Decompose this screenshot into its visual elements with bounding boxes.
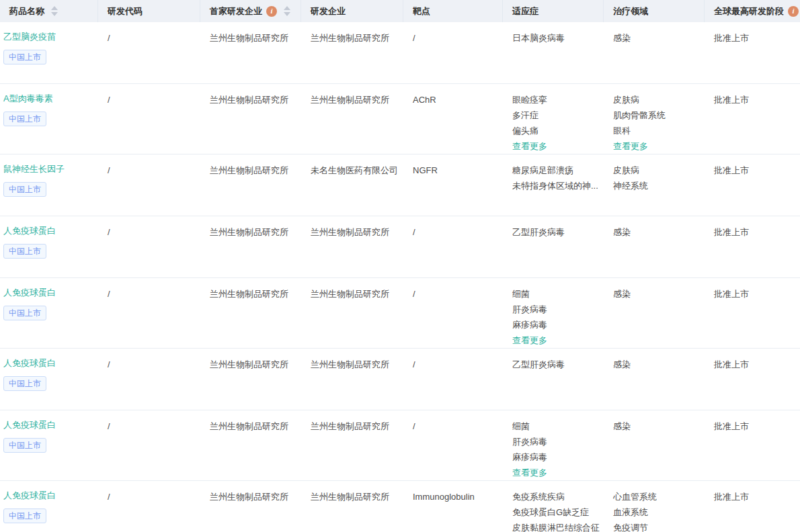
target-cell: Immunoglobulin xyxy=(403,481,503,532)
company-value: 兰州生物制品研究所 xyxy=(311,224,398,240)
stage-cell: 批准上市 xyxy=(705,410,800,480)
first-company-cell: 兰州生物制品研究所 xyxy=(200,154,301,216)
view-more-link[interactable]: 查看更多 xyxy=(512,138,598,154)
view-more-link[interactable]: 查看更多 xyxy=(512,465,598,480)
indications-item: 细菌 xyxy=(512,286,598,302)
view-more-link[interactable]: 查看更多 xyxy=(613,138,699,154)
drug-name-cell: 人免疫球蛋白 中国上市 xyxy=(0,349,98,410)
indications-cell: 乙型肝炎病毒 xyxy=(503,216,604,277)
company-value: 兰州生物制品研究所 xyxy=(311,92,398,107)
column-header-0[interactable]: 药品名称 xyxy=(0,0,98,22)
indications-item: 肝炎病毒 xyxy=(512,302,598,317)
areas-cell: 皮肤病神经系统 xyxy=(604,154,705,216)
drug-pipeline-table: 药品名称 研发代码 首家研发企业 研发企业 靶点 适应症 治疗领域 全球最高研发… xyxy=(0,0,800,532)
target-cell: / xyxy=(403,278,503,348)
company-cell: 兰州生物制品研究所 xyxy=(301,349,403,410)
sort-desc-caret-icon[interactable] xyxy=(284,12,290,16)
sort-asc-caret-icon[interactable] xyxy=(51,6,58,10)
column-header-4: 靶点 xyxy=(403,0,503,22)
drug-name-link[interactable]: 乙型脑炎疫苗 xyxy=(3,30,93,44)
rd-code-cell: / xyxy=(98,22,200,83)
indications-item: 多汗症 xyxy=(512,107,598,123)
company-cell: 未名生物医药有限公司 xyxy=(301,154,403,216)
areas-item: 神经系统 xyxy=(613,178,699,193)
drug-name-cell: A型肉毒毒素 中国上市 xyxy=(0,84,98,154)
rd-code-value: / xyxy=(108,357,195,372)
column-header-2[interactable]: 首家研发企业 xyxy=(200,0,301,22)
table-header-row: 药品名称 研发代码 首家研发企业 研发企业 靶点 适应症 治疗领域 全球最高研发… xyxy=(0,0,800,22)
rd-code-value: / xyxy=(108,418,195,434)
target-value: NGFR xyxy=(413,163,497,178)
indications-item: 免疫球蛋白G缺乏症 xyxy=(512,504,598,520)
table-row: 人免疫球蛋白 中国上市 / 兰州生物制品研究所 兰州生物制品研究所 Immuno… xyxy=(0,481,800,532)
column-header-7: 全球最高研发阶段 xyxy=(705,0,800,22)
target-value: / xyxy=(413,418,497,434)
indications-item: 麻疹病毒 xyxy=(512,449,598,465)
first-company-cell: 兰州生物制品研究所 xyxy=(200,22,301,83)
stage-cell: 批准上市 xyxy=(705,22,800,83)
drug-name-link[interactable]: 人免疫球蛋白 xyxy=(3,489,93,502)
first-company-cell: 兰州生物制品研究所 xyxy=(200,349,301,410)
first-company-cell: 兰州生物制品研究所 xyxy=(200,278,301,348)
rd-code-cell: / xyxy=(98,410,200,480)
sort-desc-caret-icon[interactable] xyxy=(51,12,58,16)
indications-item: 肝炎病毒 xyxy=(512,434,598,449)
company-cell: 兰州生物制品研究所 xyxy=(301,216,403,277)
drug-name-link[interactable]: 人免疫球蛋白 xyxy=(3,418,93,432)
column-header-label: 首家研发企业 xyxy=(210,5,262,17)
stage-value: 批准上市 xyxy=(714,30,795,46)
drug-name-link[interactable]: 人免疫球蛋白 xyxy=(3,286,93,300)
table-row: 人免疫球蛋白 中国上市 / 兰州生物制品研究所 兰州生物制品研究所 / 乙型肝炎… xyxy=(0,216,800,278)
china-listed-badge: 中国上市 xyxy=(3,182,46,197)
table-row: 人免疫球蛋白 中国上市 / 兰州生物制品研究所 兰州生物制品研究所 / 细菌肝炎… xyxy=(0,278,800,349)
indications-item: 麻疹病毒 xyxy=(512,317,598,332)
indications-cell: 日本脑炎病毒 xyxy=(503,22,604,83)
info-icon[interactable] xyxy=(266,6,277,17)
drug-name-link[interactable]: 人免疫球蛋白 xyxy=(3,357,93,370)
first-company-cell: 兰州生物制品研究所 xyxy=(200,84,301,154)
drug-name-cell: 人免疫球蛋白 中国上市 xyxy=(0,481,98,532)
column-header-label: 药品名称 xyxy=(9,5,44,17)
stage-value: 批准上市 xyxy=(714,489,795,504)
target-cell: AChR xyxy=(403,84,503,154)
indications-item: 细菌 xyxy=(512,418,598,434)
company-value: 未名生物医药有限公司 xyxy=(311,163,398,178)
first-company-cell: 兰州生物制品研究所 xyxy=(200,481,301,532)
target-cell: / xyxy=(403,216,503,277)
target-cell: / xyxy=(403,410,503,480)
drug-name-link[interactable]: 鼠神经生长因子 xyxy=(3,163,93,176)
areas-item: 眼科 xyxy=(613,123,699,138)
target-value: AChR xyxy=(413,92,497,107)
table-row: 人免疫球蛋白 中国上市 / 兰州生物制品研究所 兰州生物制品研究所 / 细菌肝炎… xyxy=(0,410,800,481)
areas-cell: 皮肤病肌肉骨骼系统眼科查看更多 xyxy=(604,84,705,154)
rd-code-cell: / xyxy=(98,349,200,410)
china-listed-badge: 中国上市 xyxy=(3,244,46,259)
drug-name-link[interactable]: A型肉毒毒素 xyxy=(3,92,93,105)
rd-code-value: / xyxy=(108,30,195,46)
sort-asc-caret-icon[interactable] xyxy=(284,6,290,10)
view-more-link[interactable]: 查看更多 xyxy=(512,332,598,348)
sort-icon[interactable] xyxy=(284,6,290,16)
company-cell: 兰州生物制品研究所 xyxy=(301,22,403,83)
info-icon[interactable] xyxy=(788,6,799,17)
drug-name-link[interactable]: 人免疫球蛋白 xyxy=(3,224,93,238)
first-company-cell: 兰州生物制品研究所 xyxy=(200,410,301,480)
indications-item: 乙型肝炎病毒 xyxy=(512,357,598,372)
company-value: 兰州生物制品研究所 xyxy=(311,30,398,46)
areas-item: 感染 xyxy=(613,418,699,434)
table-row: 人免疫球蛋白 中国上市 / 兰州生物制品研究所 兰州生物制品研究所 / 乙型肝炎… xyxy=(0,349,800,410)
drug-name-cell: 人免疫球蛋白 中国上市 xyxy=(0,410,98,480)
indications-item: 日本脑炎病毒 xyxy=(512,30,598,46)
first-company-value: 兰州生物制品研究所 xyxy=(210,92,296,107)
company-value: 兰州生物制品研究所 xyxy=(311,418,398,434)
areas-item: 血液系统 xyxy=(613,504,699,520)
stage-cell: 批准上市 xyxy=(705,481,800,532)
areas-item: 皮肤病 xyxy=(613,92,699,107)
areas-item: 免疫调节 xyxy=(613,520,699,532)
indications-cell: 细菌肝炎病毒麻疹病毒查看更多 xyxy=(503,278,604,348)
stage-cell: 批准上市 xyxy=(705,349,800,410)
sort-icon[interactable] xyxy=(51,6,58,16)
rd-code-cell: / xyxy=(98,154,200,216)
rd-code-value: / xyxy=(108,286,195,302)
company-value: 兰州生物制品研究所 xyxy=(311,489,398,504)
